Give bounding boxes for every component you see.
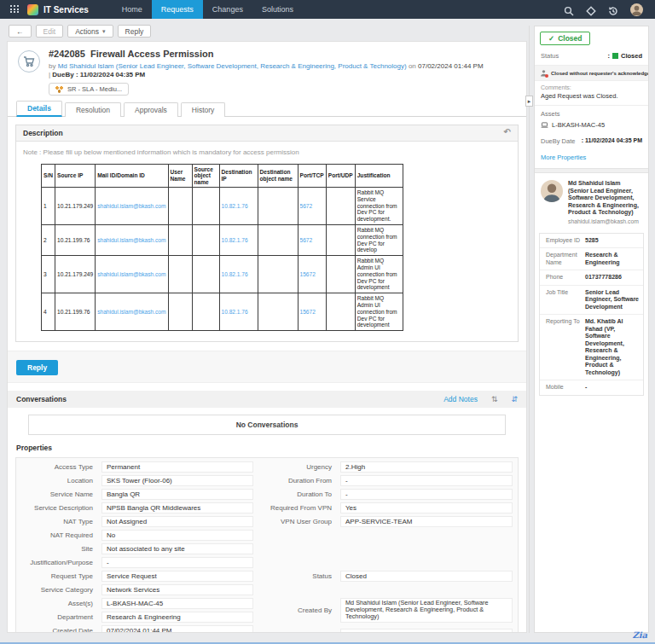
more-properties-link[interactable]: More Properties (535, 150, 648, 168)
property-value: Firewall Access Permission (340, 629, 513, 633)
requester-detail-row: Phone01737778286 (540, 270, 643, 286)
detail-label: Mobile (546, 384, 585, 392)
reply-button[interactable]: Reply (16, 360, 58, 375)
property-label: Service Description (20, 504, 93, 512)
sidebar-collapse-toggle[interactable]: ▸ (525, 96, 533, 107)
description-header: Description (23, 129, 63, 137)
table-link-cell[interactable]: 15672 (298, 293, 326, 331)
app-logo-icon[interactable] (27, 4, 38, 15)
tab-approvals[interactable]: Approvals (124, 102, 178, 117)
table-link-cell[interactable]: shahidul.islam@bkash.com (96, 256, 168, 293)
history-icon[interactable] (608, 4, 618, 15)
table-link-cell[interactable]: 5672 (298, 224, 326, 255)
property-row: Justification/Purpose- (20, 555, 258, 569)
conversations-header: Conversations (16, 395, 67, 403)
asset-item[interactable]: L-BKASH-MAC-45 (541, 121, 642, 129)
closed-status-button[interactable]: ✓ Closed (540, 32, 590, 45)
table-cell: Rabbit MQ Service connection from Dev PC… (355, 188, 403, 225)
detail-value: Md. Khatib Al Fahad (VP, Software Develo… (585, 318, 640, 376)
property-label: Service Category (20, 586, 93, 594)
reply-toolbar-button[interactable]: Reply (118, 25, 152, 38)
requester-avatar[interactable] (541, 180, 563, 202)
add-notes-link[interactable]: Add Notes (443, 395, 478, 403)
table-cell (168, 188, 192, 225)
property-value: - (340, 489, 513, 500)
property-value: - (101, 557, 253, 568)
table-cell (326, 256, 355, 293)
sort-icon[interactable]: ⇵ (511, 395, 518, 403)
search-icon[interactable] (564, 4, 574, 15)
nav-item-requests[interactable]: Requests (152, 0, 203, 19)
table-link-cell[interactable]: 10.82.1.76 (219, 188, 258, 225)
nav-item-home[interactable]: Home (113, 0, 152, 19)
property-row: NAT TypeNot Assigned (20, 514, 258, 528)
nav-item-solutions[interactable]: Solutions (252, 0, 303, 19)
property-value: Yes (340, 502, 513, 513)
table-header-cell: S/N (42, 164, 55, 188)
table-row: 110.21.179.249shahidul.islam@bkash.com10… (42, 188, 403, 225)
detail-value: Senior Lead Engineer, Software Developme… (585, 289, 640, 311)
table-link-cell[interactable]: 5672 (298, 188, 326, 225)
apps-grid-icon[interactable] (10, 5, 19, 14)
table-link-cell[interactable]: 10.82.1.76 (219, 293, 258, 331)
right-sidebar: ✓ Closed Status : Closed Closed without … (534, 26, 649, 633)
table-link-cell[interactable]: shahidul.islam@bkash.com (96, 293, 168, 331)
status-value: Closed (621, 52, 642, 60)
table-cell (168, 256, 192, 293)
property-row: Service CategoryNetwork Services (20, 583, 258, 596)
assets-block: Assets L-BKASH-MAC-45 (535, 106, 648, 134)
table-link-cell[interactable]: 10.82.1.76 (219, 224, 258, 255)
zia-assistant-icon[interactable]: Zia (632, 630, 647, 640)
table-link-cell[interactable]: 15672 (298, 256, 326, 293)
property-label: NAT Required (20, 531, 93, 539)
table-cell (326, 224, 355, 255)
conversations-bar: Conversations Add Notes ⇅ ⇵ (8, 391, 526, 408)
property-label: Template (262, 630, 332, 633)
table-link-cell[interactable]: 10.82.1.76 (219, 256, 258, 293)
table-cell: 2 (42, 224, 55, 255)
chevron-down-icon: ▾ (102, 27, 106, 36)
requester-details: Employee ID5285Department NameResearch &… (539, 233, 644, 396)
sidebar-dueby-value: : 11/02/2024 04:35 PM (582, 137, 642, 145)
table-cell: 10.21.199.76 (55, 224, 96, 255)
check-icon: ✓ (548, 34, 554, 43)
edit-button[interactable]: Edit (36, 25, 64, 38)
property-row: LocationSKS Tower (Floor-06) (20, 473, 258, 487)
table-link-cell[interactable]: shahidul.islam@bkash.com (96, 188, 168, 225)
property-value: 2.High (340, 461, 513, 473)
table-cell (258, 224, 298, 255)
description-note: Note : Please fill up below mentioned in… (23, 148, 511, 156)
actions-dropdown-button[interactable]: Actions▾ (67, 25, 113, 38)
table-header-cell: Source object name (192, 164, 219, 188)
property-row: Urgency2.High (262, 460, 518, 473)
requester-card: Md Shahidul Islam (Senior Lead Engineer,… (535, 173, 648, 228)
status-row: Status : Closed (535, 49, 648, 66)
property-label: Duration To (262, 490, 332, 498)
property-label: Service Name (20, 490, 93, 498)
table-cell: 3 (42, 256, 55, 293)
reply-arrow-icon[interactable]: ↶ (504, 129, 511, 137)
table-cell (326, 293, 355, 331)
nav-item-changes[interactable]: Changes (203, 0, 252, 19)
sla-tag-chip[interactable]: SR - SLA - Mediu... (49, 83, 129, 96)
explore-diamond-icon[interactable] (586, 4, 596, 15)
table-link-cell[interactable]: shahidul.islam@bkash.com (96, 224, 168, 255)
user-avatar[interactable] (630, 3, 643, 16)
property-value: APP-SERVICE-TEAM (340, 516, 513, 527)
table-cell (192, 256, 219, 293)
table-cell (192, 188, 219, 225)
tab-history[interactable]: History (181, 102, 225, 117)
property-label: Created Date (20, 627, 93, 633)
requester-link[interactable]: Md Shahidul Islam (Senior Lead Engineer,… (58, 62, 407, 70)
property-value: Closed (340, 571, 513, 582)
tab-details[interactable]: Details (16, 101, 62, 117)
ticket-title: #242085 Firewall Access Permission (49, 49, 516, 59)
top-navigation-bar: IT Services HomeRequestsChangesSolutions (0, 0, 655, 19)
detail-value: Research & Engineering (585, 252, 640, 266)
dueby-datetime: 11/02/2024 04:35 PM (80, 71, 146, 78)
back-button[interactable]: ← (9, 25, 32, 38)
expand-collapse-icon[interactable]: ⇅ (491, 395, 498, 403)
property-value: No (101, 530, 253, 541)
tab-resolution[interactable]: Resolution (65, 102, 121, 117)
property-row: VPN User GroupAPP-SERVICE-TEAM (262, 514, 518, 528)
